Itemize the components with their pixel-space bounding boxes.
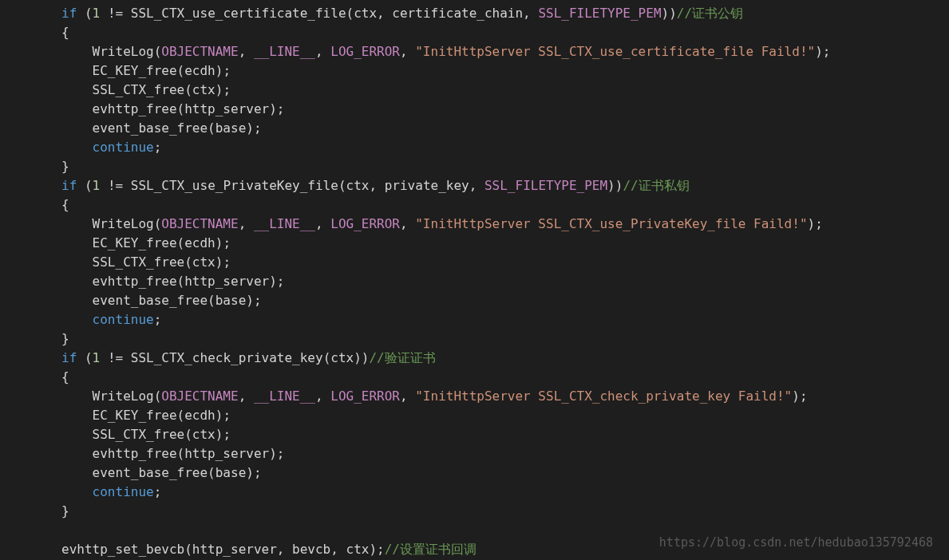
code-line: if (1 != SSL_CTX_check_private_key(ctx))… xyxy=(0,350,436,365)
code-line: SSL_CTX_free(ctx); xyxy=(0,254,231,270)
code-line: { xyxy=(0,25,69,40)
code-line: WriteLog(OBJECTNAME, __LINE__, LOG_ERROR… xyxy=(0,216,823,231)
code-line: EC_KEY_free(ecdh); xyxy=(0,408,231,423)
code-line: evhttp_free(http_server); xyxy=(0,274,284,289)
code-line: WriteLog(OBJECTNAME, __LINE__, LOG_ERROR… xyxy=(0,388,808,404)
code-line: event_base_free(base); xyxy=(0,293,262,308)
code-block: if (1 != SSL_CTX_use_certificate_file(ct… xyxy=(0,0,949,559)
code-line: continue; xyxy=(0,484,161,499)
code-line: } xyxy=(0,503,69,519)
code-line: evhttp_free(http_server); xyxy=(0,101,284,116)
code-line: } xyxy=(0,331,69,346)
code-line: event_base_free(base); xyxy=(0,120,262,136)
watermark-text: https://blog.csdn.net/hedubao135792468 xyxy=(659,533,933,552)
code-line: continue; xyxy=(0,140,161,155)
code-line: continue; xyxy=(0,312,161,327)
code-line xyxy=(0,523,8,538)
code-line: SSL_CTX_free(ctx); xyxy=(0,427,231,442)
code-line: if (1 != SSL_CTX_use_PrivateKey_file(ctx… xyxy=(0,178,690,193)
code-line: WriteLog(OBJECTNAME, __LINE__, LOG_ERROR… xyxy=(0,44,830,59)
code-line: evhttp_free(http_server); xyxy=(0,446,284,461)
code-line: SSL_CTX_free(ctx); xyxy=(0,82,231,97)
code-line: if (1 != SSL_CTX_use_certificate_file(ct… xyxy=(0,6,743,21)
code-line: evhttp_set_bevcb(http_server, bevcb, ctx… xyxy=(0,542,476,557)
code-line: } xyxy=(0,159,69,174)
code-line: { xyxy=(0,369,69,385)
code-line: EC_KEY_free(ecdh); xyxy=(0,63,231,78)
code-line: { xyxy=(0,197,69,212)
code-line: EC_KEY_free(ecdh); xyxy=(0,235,231,250)
code-line: event_base_free(base); xyxy=(0,465,262,480)
